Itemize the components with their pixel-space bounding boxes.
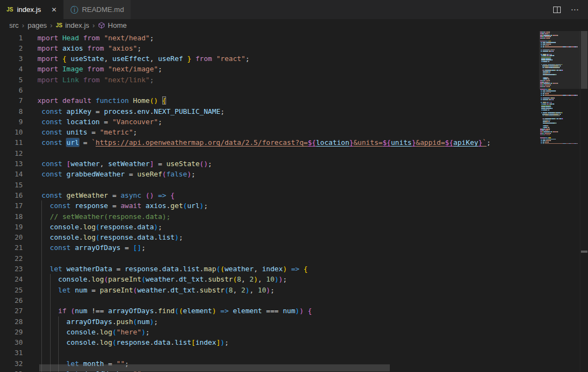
code-line[interactable]	[37, 85, 491, 95]
editor-pane: 1234567891011121314151617181920212223242…	[0, 31, 588, 372]
line-number: 30	[0, 337, 37, 347]
code-line[interactable]: // setWeather(response.data);	[37, 211, 491, 222]
line-number: 28	[0, 316, 37, 327]
code-line[interactable]: const response = await axios.get(url);	[37, 200, 491, 211]
code-line[interactable]: const getWeather = async () => {	[37, 190, 491, 200]
code-line[interactable]: console.log(parseInt(weather.dt_txt.subs…	[37, 274, 491, 284]
code-line[interactable]: let weatherData = response.data.list.map…	[37, 264, 491, 274]
overview-ruler-decoration	[581, 251, 587, 253]
code-lines: import Head from "next/head";import axio…	[37, 33, 491, 372]
tab-bar: JS index.js ✕ ⓘ README.md ⋯	[0, 0, 588, 19]
line-number: 2	[0, 43, 37, 53]
line-number: 6	[0, 85, 37, 95]
line-number: 5	[0, 75, 37, 85]
line-number: 11	[0, 137, 37, 148]
code-line[interactable]: import Head from "next/head";	[37, 33, 491, 43]
code-line[interactable]	[37, 148, 491, 158]
code-line[interactable]	[37, 295, 491, 306]
line-number: 22	[0, 253, 37, 264]
gutter: 1234567891011121314151617181920212223242…	[0, 31, 37, 372]
symbol-method-icon	[98, 22, 105, 29]
vertical-scrollbar-slider[interactable]	[581, 31, 587, 89]
line-number: 29	[0, 327, 37, 337]
code-area[interactable]: import Head from "next/head";import axio…	[37, 31, 539, 372]
code-line[interactable]: console.log(response.data);	[37, 222, 491, 232]
line-number: 20	[0, 232, 37, 242]
line-number: 14	[0, 169, 37, 179]
line-number: 21	[0, 242, 37, 253]
code-line[interactable]	[37, 180, 491, 190]
line-number: 4	[0, 64, 37, 74]
code-line[interactable]: const units = "metric";	[37, 127, 491, 137]
split-editor-icon[interactable]	[553, 7, 561, 13]
line-number: 18	[0, 211, 37, 222]
line-number: 10	[0, 127, 37, 137]
code-line[interactable]: import Link from "next/link";	[37, 75, 491, 85]
line-number: 33	[0, 369, 37, 372]
line-number: 16	[0, 190, 37, 200]
vertical-scrollbar[interactable]	[580, 31, 588, 372]
line-number: 19	[0, 222, 37, 232]
code-line[interactable]: console.log("here");	[37, 327, 491, 337]
breadcrumb-item-home[interactable]: Home	[98, 21, 127, 29]
line-number: 12	[0, 148, 37, 158]
line-number: 7	[0, 95, 37, 106]
code-line[interactable]: if (num !== arrayOfDays.find((element) =…	[37, 306, 491, 316]
chevron-right-icon: ›	[93, 21, 95, 29]
breadcrumb-item-index-js[interactable]: JS index.js	[56, 21, 89, 29]
breadcrumb: src › pages › JS index.js › Home	[0, 19, 588, 31]
line-number: 1	[0, 33, 37, 43]
code-line[interactable]: import Image from "next/image";	[37, 64, 491, 74]
code-line[interactable]: console.log(response.data.list);	[37, 232, 491, 242]
code-line[interactable]	[37, 253, 491, 264]
code-line[interactable]: let num = parseInt(weather.dt_txt.substr…	[37, 285, 491, 295]
breadcrumb-item-pages[interactable]: pages	[28, 21, 47, 29]
code-line[interactable]: const apiKey = process.env.NEXT_PUBLIC_N…	[37, 106, 491, 117]
code-line[interactable]: arrayOfDays.push(num);	[37, 316, 491, 327]
tab-index-js[interactable]: JS index.js ✕	[0, 0, 64, 19]
code-line[interactable]	[37, 347, 491, 358]
tab-label: index.js	[17, 5, 41, 14]
editor-actions: ⋯	[553, 0, 588, 19]
line-number: 17	[0, 200, 37, 211]
code-line[interactable]: import axios from "axios";	[37, 43, 491, 53]
line-number: 32	[0, 358, 37, 369]
breadcrumb-item-src[interactable]: src	[9, 21, 19, 29]
javascript-file-icon: JS	[56, 22, 62, 28]
line-number: 26	[0, 295, 37, 306]
line-number: 23	[0, 264, 37, 274]
line-number: 8	[0, 106, 37, 117]
tab-label: README.md	[82, 5, 124, 14]
line-number: 9	[0, 117, 37, 127]
horizontal-scrollbar-slider[interactable]	[39, 364, 390, 371]
chevron-right-icon: ›	[22, 21, 24, 29]
line-number: 27	[0, 306, 37, 316]
line-number: 24	[0, 274, 37, 284]
line-number: 31	[0, 347, 37, 358]
line-number: 15	[0, 180, 37, 190]
code-line[interactable]: import { useState, useEffect, useRef } f…	[37, 53, 491, 64]
minimap[interactable]	[539, 31, 580, 372]
chevron-right-icon: ›	[50, 21, 52, 29]
tab-readme-md[interactable]: ⓘ README.md	[64, 0, 131, 19]
javascript-file-icon: JS	[7, 7, 13, 13]
code-line[interactable]: const arrayOfDays = [];	[37, 242, 491, 253]
minimap-slider[interactable]	[539, 31, 580, 89]
code-line[interactable]: export default function Home() {	[37, 95, 491, 106]
close-icon[interactable]: ✕	[51, 6, 57, 14]
line-number: 3	[0, 53, 37, 64]
line-number: 25	[0, 285, 37, 295]
info-file-icon: ⓘ	[70, 6, 78, 14]
code-line[interactable]: const grabbedWeather = useRef(false);	[37, 169, 491, 179]
code-line[interactable]: const location = "Vancouver";	[37, 117, 491, 127]
code-line[interactable]: const url = `https://api.openweathermap.…	[37, 137, 491, 148]
more-actions-icon[interactable]: ⋯	[571, 5, 579, 14]
line-number: 13	[0, 158, 37, 169]
code-line[interactable]: const [weather, setWeather] = useState()…	[37, 158, 491, 169]
code-line[interactable]: console.log(response.data.list[index]);	[37, 337, 491, 347]
